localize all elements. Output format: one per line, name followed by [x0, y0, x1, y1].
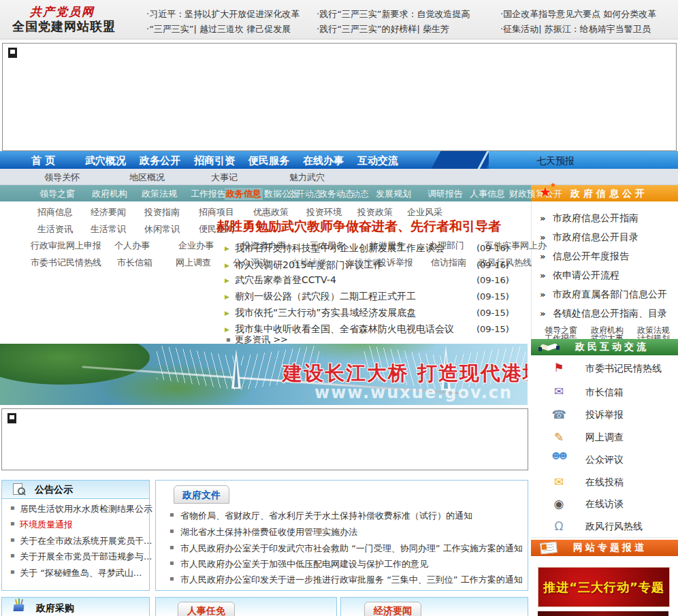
teal-menu-item[interactable]: 政策法规 — [142, 188, 177, 200]
interaction-item[interactable]: ☻☻ 公众评议 — [531, 448, 678, 471]
notice-box-header: 公告公示 — [2, 481, 149, 499]
teal-menu-item[interactable]: 人事信息 — [470, 188, 505, 200]
more-news-link[interactable]: 更多资讯 >> — [235, 334, 288, 346]
subnav-item[interactable]: 领导关怀 — [44, 172, 80, 184]
pencil-pad-icon: ✎ — [550, 429, 568, 445]
notice-item-highlight[interactable]: 环境质量通报 — [20, 519, 73, 531]
doc-item[interactable]: 市人民政府办公室关于加强中低压配电网建设与保护工作的意见 — [180, 558, 428, 570]
menu-link[interactable]: 个人办事 — [114, 240, 150, 252]
menu-link[interactable]: 网上调查 — [176, 257, 211, 269]
menu-link[interactable]: 生活常识 — [91, 223, 126, 236]
interaction-item[interactable]: ◉ 在线访谈 — [531, 493, 678, 515]
nav-item-home[interactable]: 首 页 — [31, 155, 55, 167]
news-date: (09-16) — [477, 260, 509, 270]
menu-link[interactable]: 市长信箱 — [117, 257, 152, 269]
doc-item[interactable]: 市人民政府办公室印发关于进一步推进行政审批服务 “三集中、三到位” 工作方案的通… — [180, 574, 523, 586]
featured-headline[interactable]: 郝胜勇勉励武穴教师争做奋进者、先行者和引导者 — [216, 218, 501, 236]
interaction-label: 投诉举报 — [585, 409, 624, 421]
notice-title: 公告公示 — [35, 484, 73, 496]
teal-menu-item[interactable]: 工作报告 — [191, 188, 226, 200]
info-open-item[interactable]: 各镇处信息公开指南、目录 — [553, 308, 667, 320]
info-open-item[interactable]: 信息公开年度报告 — [553, 250, 629, 263]
doc-item[interactable]: 市人民政府办公室关于印发武穴市社会救助 “一门受理、协同办理” 工作实施方案的通… — [180, 542, 523, 555]
menu-link[interactable]: 招商信息 — [37, 206, 73, 218]
nav-item-investment[interactable]: 招商引资 — [194, 155, 235, 167]
interaction-item[interactable]: ✎ 网上调查 — [531, 425, 678, 449]
personnel-tab[interactable]: 人事任免 — [178, 602, 235, 616]
teal-menu-overlay[interactable]: 公开动态 — [287, 188, 323, 200]
menu-link[interactable]: 经济要闻 — [91, 206, 126, 218]
header-news-link[interactable]: ·践行“三严三实”新要求：自觉改造提高 — [317, 8, 470, 20]
header-news-link[interactable]: ·征集活动| 苏振江：给杨靖宇当警卫员 — [500, 23, 651, 35]
teal-menu-overlay[interactable]: 动态 — [351, 188, 369, 200]
gov-docs-tab[interactable]: 政府文件 — [174, 485, 229, 504]
teal-menu-item[interactable]: 领导之窗 — [39, 188, 75, 200]
nav-item-interaction[interactable]: 互动交流 — [357, 155, 398, 167]
teal-menu-item[interactable]: 调研报告 — [427, 188, 463, 200]
header-news-link[interactable]: ·国企改革指导意见六要点 如何分类改革 — [500, 8, 656, 20]
news-item[interactable]: 武穴岳家拳首登CCTV-4 — [235, 274, 336, 287]
menu-link[interactable]: 生活资讯 — [37, 223, 73, 236]
interaction-item[interactable]: ☎ 投诉举报 — [531, 403, 678, 426]
news-item[interactable]: 我市召开支持科技型中小企业创新发展工作座谈会 — [235, 242, 445, 255]
people-icon: ☻☻ — [550, 451, 568, 468]
special-topic-banner[interactable]: 推进“三大行动”专题 — [538, 567, 670, 607]
menu-link[interactable]: 休闲常识 — [144, 223, 180, 236]
teal-menu-item-active[interactable]: 政务信息 — [225, 188, 263, 200]
news-item[interactable]: 蕲刘一级公路（武穴段）二期工程正式开工 — [235, 291, 416, 303]
notice-item[interactable]: 居民生活饮用水水质检测结果公示 — [20, 503, 152, 515]
subnav-bar — [0, 169, 678, 185]
menu-link[interactable]: 招商项目 — [199, 206, 234, 218]
notice-item[interactable]: 关于开展全市党员干部违规参与... — [20, 551, 152, 563]
menu-link[interactable]: 投资政策 — [357, 206, 393, 218]
notice-item[interactable]: 关于 “探秘鲤鱼岛、寻梦武山... — [20, 567, 142, 579]
teal-menu-item[interactable]: 发展规划 — [376, 188, 411, 200]
menu-link[interactable]: 企业办事 — [178, 240, 214, 252]
economy-box: 经济要闻 — [340, 597, 528, 616]
doc-item[interactable]: 湖北省水土保持补偿费征收使用管理实施办法 — [180, 526, 357, 538]
doc-item[interactable]: 省物价局、省财政厅、省水利厅关于水土保持补偿收费标准（试行）的通知 — [180, 510, 472, 522]
info-open-item[interactable]: 市政府直属各部门信息公开 — [553, 289, 667, 301]
teal-menu-item[interactable]: 政府机构 — [92, 188, 127, 200]
subnav-item[interactable]: 地区概况 — [129, 172, 165, 184]
header-news-link[interactable]: ·“三严三实”| 越过三道坎 律己促发展 — [146, 23, 291, 35]
info-open-item[interactable]: 市政府信息公开目录 — [553, 231, 639, 244]
menu-link[interactable]: 投诉举报 — [378, 257, 413, 269]
nav-item-gov-affairs[interactable]: 政务公开 — [140, 155, 180, 167]
menu-link[interactable]: 投资环境 — [306, 206, 342, 218]
interaction-item[interactable]: Ω 政风行风热线 — [531, 515, 678, 538]
interaction-item[interactable]: ⚑ 市委书记民情热线 — [531, 355, 678, 380]
newspaper-icon — [540, 542, 558, 554]
teal-menu-item[interactable]: 政务动态 — [319, 188, 354, 200]
weather-forecast-link[interactable]: 七天预报 — [536, 155, 575, 167]
special-report-title: 网站专题报道 — [573, 542, 647, 554]
interaction-item[interactable]: ✉ 市长信箱 — [531, 380, 678, 404]
menu-link[interactable]: 投资指南 — [144, 206, 180, 218]
interaction-label: 市委书记民情热线 — [585, 363, 662, 375]
menu-link[interactable]: 市委书记民情热线 — [31, 257, 101, 269]
notice-item[interactable]: 关于在全市政法系统开展党员干... — [20, 535, 152, 547]
info-open-item[interactable]: 市政府信息公开指南 — [553, 212, 639, 225]
next-banner-edge[interactable] — [538, 611, 668, 616]
news-date: (09-15) — [477, 291, 509, 302]
menu-link[interactable]: 企业风采 — [407, 206, 442, 218]
gov-docs-box: 政府文件 ▪ 省物价局、省财政厅、省水利厅关于水土保持补偿收费标准（试行）的通知… — [155, 480, 528, 591]
menu-link[interactable]: 行政审批网上申报 — [31, 240, 101, 252]
menu-link[interactable]: 信访指南 — [431, 257, 466, 269]
menu-link[interactable]: 优惠政策 — [253, 206, 289, 218]
header-news-link[interactable]: ·践行“三严三实”的好榜样| 柴生芳 — [317, 23, 449, 35]
nav-item-overview[interactable]: 武穴概况 — [85, 155, 126, 167]
header-news-link[interactable]: ·习近平：坚持以扩大开放促进深化改革 — [146, 8, 300, 20]
teal-menu-item[interactable]: 财政预算公开 — [509, 188, 562, 200]
economy-tab[interactable]: 经济要闻 — [364, 602, 421, 616]
subnav-item[interactable]: 大事记 — [211, 172, 238, 184]
bridge-banner[interactable]: 建设长江大桥 打造现代港城 www.wuxue.gov.cn — [0, 344, 528, 405]
nav-item-services[interactable]: 便民服务 — [248, 155, 289, 167]
news-item[interactable]: 我市依托“三大行动”夯实县域经济发展底盘 — [235, 307, 417, 319]
nav-item-online[interactable]: 在线办事 — [303, 155, 344, 167]
interaction-item[interactable]: ✉ 在线投稿 — [531, 470, 678, 493]
news-date: (09-15) — [477, 308, 509, 318]
subnav-item[interactable]: 魅力武穴 — [289, 172, 325, 184]
news-item[interactable]: 市人大调研2015年度部门评议工作 — [235, 259, 383, 272]
info-open-item[interactable]: 依申请公开流程 — [553, 270, 619, 282]
